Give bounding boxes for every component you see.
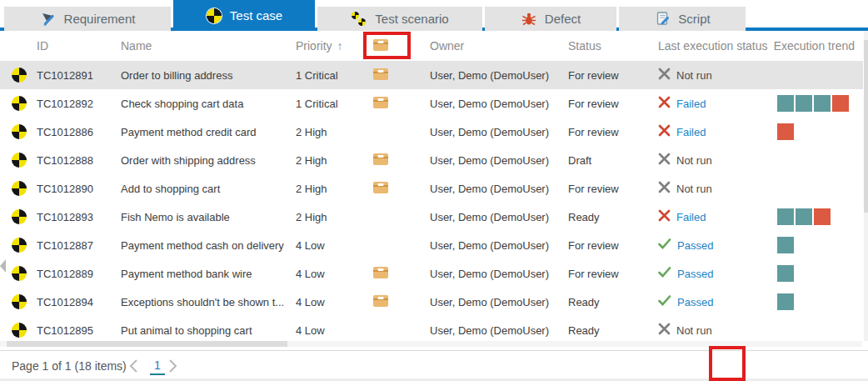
vertical-scrollbar-thumb[interactable] <box>864 40 868 213</box>
row-type-cell <box>0 153 37 168</box>
test-case-icon <box>206 8 222 23</box>
trend-square-pass <box>796 95 812 112</box>
archived-icon <box>373 153 388 165</box>
row-status: For review <box>562 69 654 82</box>
row-name: Payment method credit card <box>121 126 296 138</box>
row-status: For review <box>562 126 654 138</box>
last-execution-label: Not run <box>676 69 712 82</box>
last-execution-link[interactable]: Failed <box>676 126 706 138</box>
table-header-row: ID Name Priority↑ Owner Status Last exec… <box>0 31 863 61</box>
last-execution-link[interactable]: Passed <box>677 268 713 280</box>
row-priority: 1 Critical <box>296 98 367 110</box>
row-name: Exceptions shouldn't be shown t... <box>121 296 296 308</box>
test-case-icon <box>12 294 27 309</box>
table-row[interactable]: TC1012893Fish Nemo is available2 HighUse… <box>0 203 863 231</box>
archive-icon <box>373 39 388 51</box>
trend-square-fail <box>777 123 794 140</box>
row-type-cell <box>0 294 37 309</box>
row-last-execution: Not run <box>654 181 771 196</box>
column-header-owner[interactable]: Owner <box>421 39 562 53</box>
trend-square-fail <box>814 208 831 225</box>
column-header-execution-trend[interactable]: Execution trend <box>771 39 863 53</box>
tab-label: Test case <box>230 8 282 23</box>
row-execution-trend <box>771 265 863 282</box>
last-execution-link[interactable]: Passed <box>677 296 713 308</box>
table-row[interactable]: TC1012888Order with shipping address2 Hi… <box>0 146 863 174</box>
column-header-archived[interactable] <box>367 39 421 53</box>
column-header-status[interactable]: Status <box>562 39 654 53</box>
trend-square-pass <box>814 95 831 112</box>
table-row[interactable]: TC1012895Put animal to shopping cart4 Lo… <box>0 316 863 344</box>
tab-requirement[interactable]: Requirement <box>4 7 171 31</box>
column-header-name[interactable]: Name <box>121 39 296 53</box>
row-execution-trend <box>771 208 863 225</box>
script-icon <box>654 12 671 27</box>
table-row[interactable]: TC1012886Payment method credit card2 Hig… <box>0 118 863 146</box>
row-archived-cell <box>367 182 421 196</box>
row-type-cell <box>0 238 37 253</box>
next-page-button[interactable] <box>168 358 177 376</box>
table-row[interactable]: TC1012890Add to shopping cart2 HighUser,… <box>0 174 863 203</box>
current-page-number[interactable]: 1 <box>150 358 165 375</box>
test-case-icon <box>12 124 27 139</box>
test-case-icon <box>12 181 27 196</box>
row-last-execution: Failed <box>654 209 771 224</box>
row-id: TC1012893 <box>37 211 121 223</box>
tab-label: Requirement <box>64 12 136 26</box>
horizontal-scrollbar[interactable] <box>0 341 862 347</box>
row-execution-trend <box>771 237 863 253</box>
row-status: Draft <box>562 154 654 167</box>
last-execution-link[interactable]: Passed <box>677 239 713 252</box>
row-name: Check shopping cart data <box>121 98 296 110</box>
previous-page-button[interactable] <box>129 358 138 376</box>
row-status: Ready <box>562 296 654 308</box>
table-row[interactable]: TC1012891Order to billing address1 Criti… <box>0 61 863 89</box>
row-id: TC1012888 <box>37 154 121 167</box>
row-owner: User, Demo (DemoUser) <box>421 296 562 308</box>
row-last-execution: Not run <box>654 323 771 338</box>
row-name: Add to shopping cart <box>121 183 296 195</box>
row-status: For review <box>562 268 654 280</box>
gray-cross-icon <box>658 68 671 83</box>
last-execution-link[interactable]: Failed <box>676 98 706 110</box>
test-case-icon <box>12 96 27 111</box>
row-archived-cell <box>367 295 421 309</box>
green-check-icon <box>658 267 671 280</box>
collapse-panel-arrow-icon[interactable] <box>0 259 6 273</box>
row-execution-trend <box>771 123 863 140</box>
tab-defect[interactable]: Defect <box>485 7 616 31</box>
row-archived-cell <box>367 153 421 168</box>
table-row[interactable]: TC1012892Check shopping cart data1 Criti… <box>0 89 863 118</box>
row-owner: User, Demo (DemoUser) <box>421 98 562 110</box>
row-status: For review <box>562 98 654 110</box>
tab-test-scenario[interactable]: Test scenario <box>317 7 482 31</box>
column-header-last-execution[interactable]: Last execution status <box>654 39 771 53</box>
table-body: TC1012891Order to billing address1 Criti… <box>0 61 863 344</box>
page-summary: Page 1 of 1 (18 items) <box>12 359 127 373</box>
horizontal-scrollbar-thumb[interactable] <box>7 341 287 347</box>
trend-square-pass <box>796 208 812 225</box>
table-row[interactable]: TC1012894Exceptions shouldn't be shown t… <box>0 288 863 316</box>
trend-square-pass <box>777 293 794 310</box>
column-header-id[interactable]: ID <box>37 39 121 53</box>
archived-icon <box>373 97 388 108</box>
last-execution-link[interactable]: Failed <box>676 211 706 223</box>
row-priority: 4 Low <box>296 268 367 280</box>
row-priority: 4 Low <box>296 296 367 308</box>
row-id: TC1012891 <box>37 69 121 82</box>
table-row[interactable]: TC1012887Payment method cash on delivery… <box>0 231 863 259</box>
vertical-scrollbar[interactable] <box>864 31 868 341</box>
test-case-icon <box>12 266 27 281</box>
table-row[interactable]: TC1012889Payment method bank wire4 LowUs… <box>0 259 863 288</box>
tab-test-case[interactable]: Test case <box>173 0 315 31</box>
sort-ascending-icon: ↑ <box>337 39 343 53</box>
tab-script[interactable]: Script <box>619 7 746 31</box>
row-archived-cell <box>367 97 421 111</box>
gray-cross-icon <box>658 181 671 196</box>
row-owner: User, Demo (DemoUser) <box>421 211 562 223</box>
row-name: Order to billing address <box>121 69 296 82</box>
column-header-priority[interactable]: Priority↑ <box>296 39 367 53</box>
row-name: Put animal to shopping cart <box>121 324 296 337</box>
row-execution-trend <box>771 293 863 310</box>
test-case-icon <box>12 153 27 168</box>
